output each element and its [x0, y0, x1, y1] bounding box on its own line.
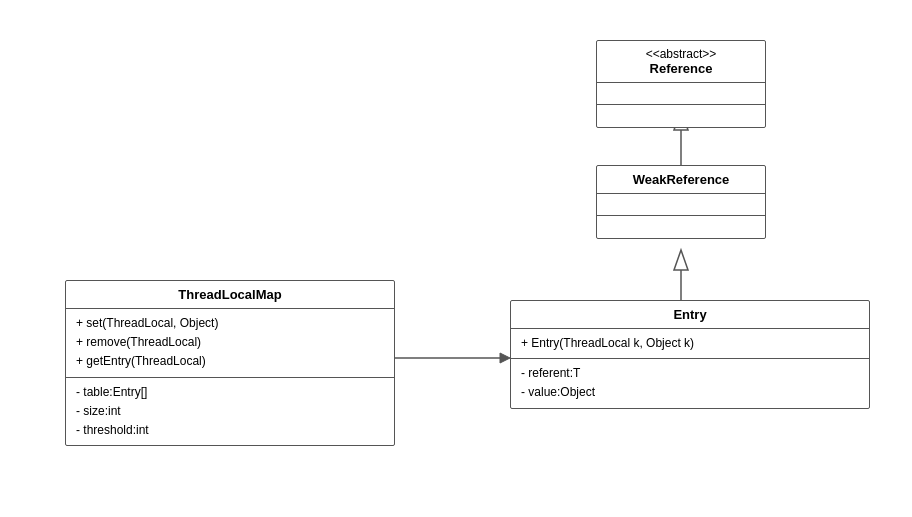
weakreference-class-name: WeakReference [633, 172, 730, 187]
svg-marker-3 [674, 250, 688, 270]
diagram-container: <<abstract>> Reference WeakReference Ent… [0, 0, 912, 517]
reference-class-header: <<abstract>> Reference [597, 41, 765, 83]
threadlocalmap-field-2: - threshold:int [76, 421, 384, 440]
reference-class-name: Reference [650, 61, 713, 76]
reference-class-box: <<abstract>> Reference [596, 40, 766, 128]
weakreference-methods-section [597, 194, 765, 216]
weakreference-class-header: WeakReference [597, 166, 765, 194]
svg-marker-5 [500, 353, 510, 363]
entry-field-0: - referent:T [521, 364, 859, 383]
entry-class-header: Entry [511, 301, 869, 329]
threadlocalmap-method-0: + set(ThreadLocal, Object) [76, 314, 384, 333]
threadlocalmap-method-1: + remove(ThreadLocal) [76, 333, 384, 352]
reference-fields-section [597, 105, 765, 127]
entry-method-0: + Entry(ThreadLocal k, Object k) [521, 334, 859, 353]
threadlocalmap-fields-section: - table:Entry[] - size:int - threshold:i… [66, 378, 394, 446]
entry-methods-section: + Entry(ThreadLocal k, Object k) [511, 329, 869, 359]
threadlocalmap-class-box: ThreadLocalMap + set(ThreadLocal, Object… [65, 280, 395, 446]
threadlocalmap-field-1: - size:int [76, 402, 384, 421]
threadlocalmap-class-header: ThreadLocalMap [66, 281, 394, 309]
reference-stereotype: <<abstract>> [607, 47, 755, 61]
threadlocalmap-class-name: ThreadLocalMap [178, 287, 281, 302]
entry-class-box: Entry + Entry(ThreadLocal k, Object k) -… [510, 300, 870, 409]
threadlocalmap-method-2: + getEntry(ThreadLocal) [76, 352, 384, 371]
entry-class-name: Entry [673, 307, 706, 322]
weakreference-class-box: WeakReference [596, 165, 766, 239]
threadlocalmap-field-0: - table:Entry[] [76, 383, 384, 402]
threadlocalmap-methods-section: + set(ThreadLocal, Object) + remove(Thre… [66, 309, 394, 378]
entry-field-1: - value:Object [521, 383, 859, 402]
reference-methods-section [597, 83, 765, 105]
weakreference-fields-section [597, 216, 765, 238]
entry-fields-section: - referent:T - value:Object [511, 359, 869, 407]
